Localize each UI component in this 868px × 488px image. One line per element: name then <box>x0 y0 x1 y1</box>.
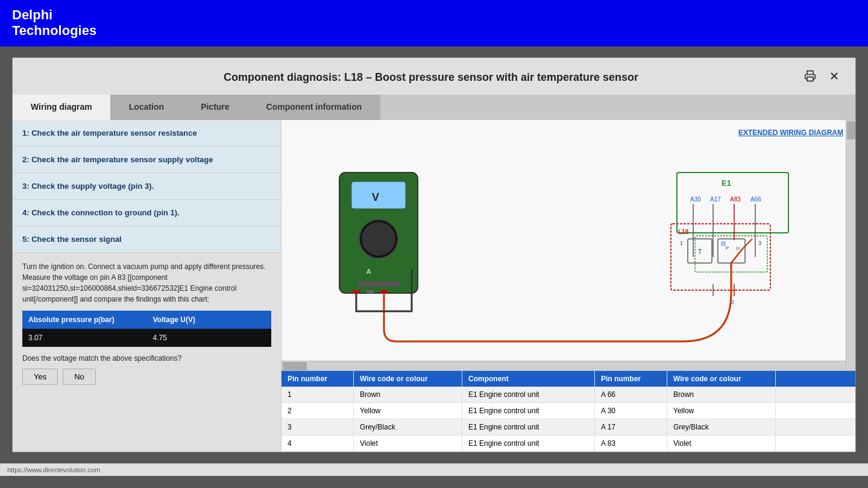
col-pressure: Absolute pressure p(bar) <box>22 311 147 329</box>
table-row: 2 Yellow E1 Engine control unit A 30 Yel… <box>281 403 855 419</box>
question-text: Does the voltage match the above specifi… <box>22 353 271 364</box>
footer-url: https://www.directevolution.com <box>7 466 100 474</box>
tab-wiring-diagram[interactable]: Wiring diagram <box>13 95 111 120</box>
svg-text:3: 3 <box>758 240 761 246</box>
pressure-table-header: Absolute pressure p(bar) Voltage U(V) <box>22 311 271 329</box>
title-bar: Component diagnosis: L18 – Boost pressur… <box>13 58 855 95</box>
content-area: 1: Check the air temperature sensor resi… <box>13 120 855 452</box>
answer-buttons: Yes No <box>22 369 271 385</box>
th-wire-code: Wire code or colour <box>354 371 462 387</box>
svg-text:V: V <box>372 191 379 203</box>
svg-text:T: T <box>698 249 702 255</box>
diagram-area: EXTENDED WIRING DIAGRAM V A <box>281 120 855 370</box>
pressure-value: 3.07 <box>22 329 147 347</box>
tab-location[interactable]: Location <box>111 95 183 120</box>
yes-button[interactable]: Yes <box>22 369 58 385</box>
svg-text:1: 1 <box>680 240 683 246</box>
logo: Delphi Technologies <box>12 7 96 39</box>
th-pin-number: Pin number <box>281 371 354 387</box>
svg-text:A: A <box>366 268 371 275</box>
svg-rect-11 <box>366 290 374 293</box>
th-wire-code-2: Wire code or colour <box>667 371 776 387</box>
col-voltage: Voltage U(V) <box>147 311 272 329</box>
app-header: Delphi Technologies <box>0 0 868 46</box>
svg-text:U: U <box>736 246 740 251</box>
svg-text:E1: E1 <box>722 179 731 188</box>
page-title: Component diagnosis: L18 – Boost pressur… <box>61 71 801 84</box>
svg-text:A66: A66 <box>750 196 761 203</box>
title-icons <box>801 69 843 86</box>
wiring-diagram-svg: V A <box>321 136 816 353</box>
left-panel: 1: Check the air temperature sensor resi… <box>13 120 281 452</box>
table-row: 4 Violet E1 Engine control unit A 83 Vio… <box>281 436 855 452</box>
svg-rect-12 <box>380 290 388 293</box>
bottom-table: Pin number Wire code or colour Component… <box>281 370 855 452</box>
svg-text:A30: A30 <box>690 196 701 203</box>
svg-rect-10 <box>353 290 360 293</box>
step-1[interactable]: 1: Check the air temperature sensor resi… <box>13 120 281 147</box>
no-button[interactable]: No <box>63 369 96 385</box>
extended-wiring-link[interactable]: EXTENDED WIRING DIAGRAM <box>738 128 843 137</box>
step-5-detail: Turn the ignition on. Connect a vacuum p… <box>13 253 281 393</box>
table-row: 3 Grey/Black E1 Engine control unit A 17… <box>281 419 855 436</box>
svg-text:A83: A83 <box>730 196 741 203</box>
right-panel: EXTENDED WIRING DIAGRAM V A <box>281 120 855 452</box>
vertical-scrollbar[interactable] <box>846 120 855 370</box>
step-2[interactable]: 2: Check the air temperature sensor supp… <box>13 147 281 173</box>
svg-rect-9 <box>357 281 400 287</box>
main-container: Component diagnosis: L18 – Boost pressur… <box>12 57 856 452</box>
step-4[interactable]: 4: Check the connection to ground (pin 1… <box>13 200 281 226</box>
close-button[interactable] <box>825 69 843 86</box>
table-row: 1 Brown E1 Engine control unit A 66 Brow… <box>281 387 855 403</box>
svg-text:2: 2 <box>731 299 734 305</box>
tab-bar: Wiring diagram Location Picture Componen… <box>13 95 855 120</box>
footer-bar: https://www.directevolution.com <box>0 463 868 476</box>
diagram-svg-container: V A <box>281 120 855 370</box>
tab-picture[interactable]: Picture <box>183 95 248 120</box>
step-description: Turn the ignition on. Connect a vacuum p… <box>22 261 271 305</box>
svg-text:L18: L18 <box>678 229 689 235</box>
svg-rect-0 <box>807 77 813 81</box>
tab-component-information[interactable]: Component information <box>248 95 381 120</box>
svg-point-7 <box>362 222 395 256</box>
svg-text:P: P <box>726 246 729 251</box>
step-3[interactable]: 3: Check the supply voltage (pin 3). <box>13 173 281 200</box>
svg-text:A17: A17 <box>710 196 721 203</box>
th-component: Component <box>462 371 595 387</box>
print-button[interactable] <box>801 69 819 86</box>
step-5[interactable]: 5: Check the sensor signal <box>13 226 281 253</box>
horizontal-scrollbar[interactable] <box>281 361 846 370</box>
bottom-table-header: Pin number Wire code or colour Component… <box>281 371 855 387</box>
voltage-value: 4.75 <box>147 329 272 347</box>
th-pin-number-2: Pin number <box>595 371 667 387</box>
svg-rect-34 <box>721 241 726 246</box>
pressure-table-row: 3.07 4.75 <box>22 329 271 347</box>
